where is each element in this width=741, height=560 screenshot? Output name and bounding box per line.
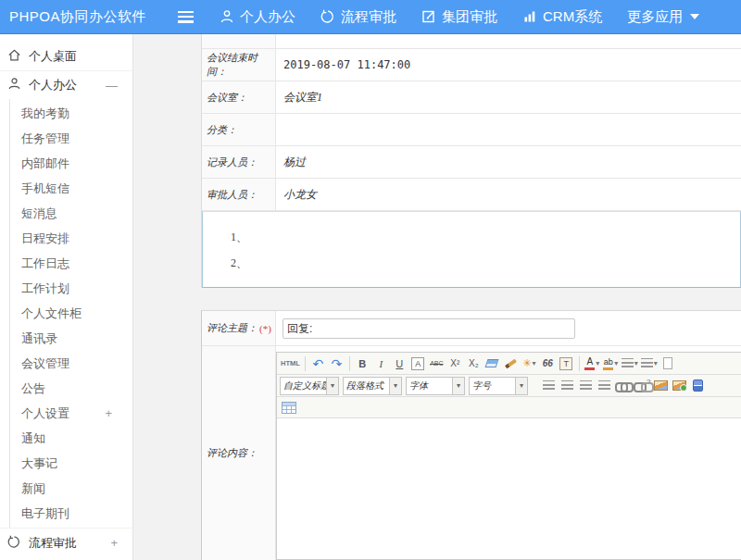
table-row-end-time: 会议结束时间： 2019-08-07 11:47:00 bbox=[202, 49, 741, 81]
expand-plus-icon[interactable]: + bbox=[105, 401, 112, 426]
redo-button[interactable]: ↷ bbox=[328, 355, 345, 372]
sidebar-item-e-journal[interactable]: 电子期刊 bbox=[10, 501, 132, 526]
caret-down-icon: ▾ bbox=[634, 359, 638, 367]
sidebar-item-meeting-management[interactable]: 会议管理 bbox=[10, 351, 132, 376]
sidebar-item-internal-mail[interactable]: 内部邮件 bbox=[10, 151, 132, 176]
field-label: 会议结束时间： bbox=[202, 49, 276, 81]
person-icon bbox=[220, 9, 234, 24]
caret-down-icon: ▾ bbox=[326, 378, 338, 394]
strikethrough-button[interactable]: ABC bbox=[428, 355, 446, 372]
sidebar-item-work-plan[interactable]: 工作计划 bbox=[10, 276, 132, 301]
sidebar-item-contacts[interactable]: 通讯录 bbox=[10, 326, 132, 351]
expand-plus-icon[interactable]: + bbox=[110, 536, 118, 550]
sidebar-item-label: 流程审批 bbox=[29, 535, 77, 552]
insert-image-button[interactable] bbox=[652, 377, 670, 394]
align-left-button[interactable] bbox=[540, 377, 558, 394]
sidebar-item-events[interactable]: 大事记 bbox=[10, 451, 132, 476]
sidebar-item-notice[interactable]: 通知 bbox=[10, 426, 132, 451]
sidebar-item-file-cabinet[interactable]: 个人文件柜 bbox=[10, 301, 132, 326]
unordered-list-button[interactable]: ▾ bbox=[640, 355, 659, 372]
align-right-button[interactable] bbox=[577, 377, 595, 394]
blockquote-button[interactable]: 66 bbox=[539, 355, 557, 372]
sidebar-item-short-message[interactable]: 短消息 bbox=[10, 201, 132, 226]
brush-icon bbox=[505, 358, 517, 368]
align-center-button[interactable] bbox=[559, 377, 576, 394]
sidebar-item-work-log[interactable]: 工作日志 bbox=[10, 251, 132, 276]
font-color-button[interactable]: A▾ bbox=[584, 355, 601, 372]
nav-more-apps[interactable]: 更多应用 bbox=[627, 8, 699, 26]
nav-personal-office[interactable]: 个人办公 bbox=[220, 8, 295, 26]
home-icon bbox=[7, 48, 21, 65]
font-button[interactable]: A bbox=[409, 355, 427, 372]
caret-down-icon: ▾ bbox=[389, 378, 401, 394]
sidebar-item-workflow-approval[interactable]: 流程审批 + bbox=[0, 528, 132, 557]
align-left-icon bbox=[543, 380, 555, 391]
edit-icon bbox=[421, 9, 436, 24]
heading-select[interactable]: 自定义标题▾ bbox=[280, 377, 339, 395]
field-value: 小龙女 bbox=[276, 179, 741, 210]
bold-button[interactable]: B bbox=[354, 355, 371, 372]
unlink-button[interactable]: ? bbox=[633, 377, 651, 394]
paragraph-format-select[interactable]: 段落格式▾ bbox=[343, 377, 402, 395]
sidebar-submenu: 我的考勤 任务管理 内部邮件 手机短信 短消息 日程安排 工作日志 工作计划 个… bbox=[9, 99, 132, 528]
sidebar-item-label: 个人办公 bbox=[29, 77, 77, 93]
eraser-button[interactable] bbox=[484, 355, 501, 372]
font-size-select[interactable]: 字号▾ bbox=[469, 377, 528, 395]
toolbar-separator bbox=[349, 356, 350, 371]
blank-page-icon bbox=[663, 357, 672, 369]
field-value: 2019-08-07 11:47:00 bbox=[276, 49, 741, 81]
nav-group-approval[interactable]: 集团审批 bbox=[421, 8, 497, 26]
sidebar-item-news[interactable]: 新闻 bbox=[10, 476, 132, 501]
nav-workflow-approval[interactable]: 流程审批 bbox=[320, 8, 396, 26]
table-grid-icon bbox=[282, 402, 296, 414]
field-label: 会议室： bbox=[202, 81, 276, 113]
image-icon bbox=[654, 380, 668, 391]
font-family-select[interactable]: 字体▾ bbox=[406, 377, 465, 395]
sidebar-item-attendance[interactable]: 我的考勤 bbox=[10, 101, 132, 126]
comment-subject-input[interactable] bbox=[283, 318, 575, 339]
field-label: 分类： bbox=[202, 114, 276, 145]
italic-button[interactable]: I bbox=[372, 355, 390, 372]
comment-subject-row: 评论主题：(*) bbox=[202, 311, 741, 346]
nav-label: 流程审批 bbox=[341, 8, 396, 26]
link-button[interactable] bbox=[614, 377, 632, 394]
collapse-minus-icon[interactable]: — bbox=[106, 79, 118, 93]
underline-button[interactable]: U bbox=[391, 355, 408, 372]
auto-format-button[interactable]: ✳▾ bbox=[521, 355, 538, 372]
highlight-icon: ab bbox=[603, 357, 613, 370]
subscript-button[interactable]: X₂ bbox=[465, 355, 483, 372]
table-row-category: 分类： bbox=[202, 114, 741, 146]
highlight-color-button[interactable]: ab▾ bbox=[602, 355, 620, 372]
new-page-button[interactable] bbox=[659, 355, 677, 372]
insert-table-button[interactable] bbox=[280, 399, 297, 417]
caret-down-icon: ▾ bbox=[614, 359, 618, 367]
editor-content-area[interactable] bbox=[277, 418, 741, 559]
ordered-list-icon bbox=[622, 358, 634, 368]
upload-image-button[interactable] bbox=[671, 377, 688, 394]
superscript-button[interactable]: X² bbox=[446, 355, 464, 372]
app-title: PHPOA协同办公软件 bbox=[0, 8, 178, 26]
sidebar-item-sms[interactable]: 手机短信 bbox=[10, 176, 132, 201]
sidebar-item-desktop[interactable]: 个人桌面 bbox=[0, 42, 132, 71]
paste-text-button[interactable]: T bbox=[558, 355, 575, 372]
nav-crm[interactable]: CRM系统 bbox=[522, 8, 602, 26]
sidebar-item-schedule[interactable]: 日程安排 bbox=[10, 226, 132, 251]
unlink-icon bbox=[634, 382, 649, 390]
justify-button[interactable] bbox=[596, 377, 613, 394]
insert-media-button[interactable] bbox=[689, 377, 707, 394]
table-row-recorder: 记录人员： 杨过 bbox=[202, 146, 741, 179]
sidebar-item-personal-office[interactable]: 个人办公 — bbox=[0, 71, 132, 99]
format-brush-button[interactable] bbox=[502, 355, 520, 372]
sidebar-item-announcement[interactable]: 公告 bbox=[10, 376, 132, 401]
field-label: 记录人员： bbox=[202, 146, 276, 178]
html-source-button[interactable]: HTML bbox=[280, 355, 301, 372]
magic-wand-icon: ✳ bbox=[522, 357, 531, 369]
ordered-list-button[interactable]: ▾ bbox=[621, 355, 639, 372]
undo-button[interactable]: ↶ bbox=[309, 355, 327, 372]
sidebar-item-tasks[interactable]: 任务管理 bbox=[10, 126, 132, 151]
media-icon bbox=[693, 380, 703, 392]
nav-label: 集团审批 bbox=[442, 8, 497, 26]
sidebar-item-personal-settings[interactable]: 个人设置+ bbox=[10, 401, 132, 426]
nav-label: 个人办公 bbox=[240, 8, 295, 26]
hamburger-menu-icon[interactable] bbox=[178, 11, 194, 23]
